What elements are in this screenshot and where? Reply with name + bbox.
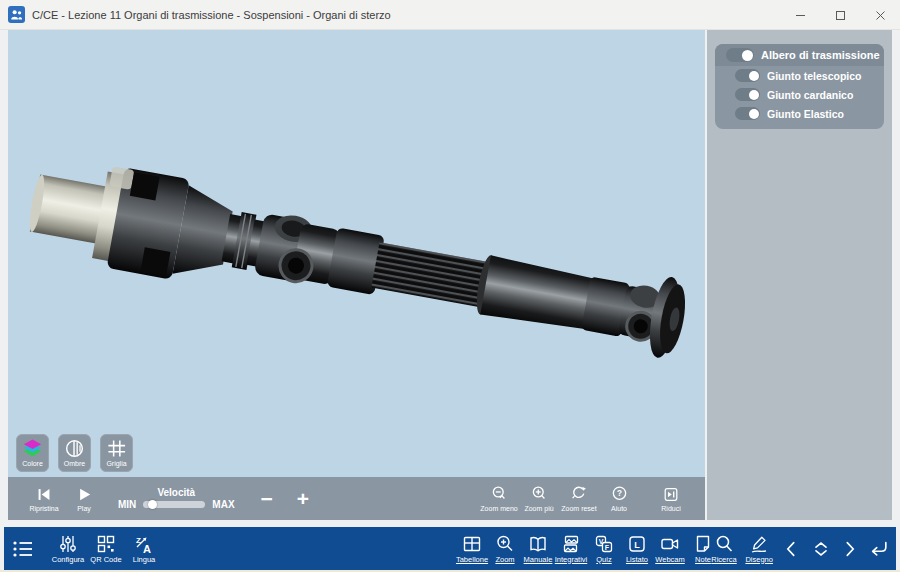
chevron-left-icon bbox=[782, 539, 800, 559]
zoom-in-button[interactable]: Zoom più bbox=[521, 485, 557, 512]
next-button[interactable] bbox=[837, 527, 863, 570]
sliders-icon bbox=[58, 534, 78, 554]
chevron-right-icon bbox=[841, 539, 859, 559]
3d-viewport[interactable]: Colore Ombre Griglia bbox=[8, 30, 705, 477]
language-button[interactable]: Z A Lingua bbox=[128, 534, 160, 564]
speed-min-label: MIN bbox=[118, 499, 136, 510]
search-label: Ricerca bbox=[711, 555, 736, 564]
configure-button[interactable]: Configura bbox=[52, 534, 84, 564]
color-button-label: Colore bbox=[22, 460, 43, 467]
play-icon bbox=[75, 486, 93, 503]
speed-decrease-button[interactable]: − bbox=[261, 489, 273, 509]
qr-code-button[interactable]: QR Code bbox=[90, 534, 122, 564]
svg-text:A: A bbox=[143, 542, 151, 554]
giunto-telescopico-toggle[interactable] bbox=[735, 69, 760, 82]
listing-label: Listato bbox=[626, 555, 648, 564]
grid-icon bbox=[105, 438, 128, 459]
webcam-icon bbox=[660, 534, 680, 554]
back-button[interactable] bbox=[866, 527, 892, 570]
reduce-button-label: Riduci bbox=[661, 505, 680, 512]
quiz-button[interactable]: V F Quiz bbox=[588, 534, 620, 564]
webcam-label: Webcam bbox=[655, 555, 684, 564]
grid-button[interactable]: Griglia bbox=[100, 434, 133, 472]
speed-slider-knob[interactable] bbox=[148, 500, 157, 509]
zoom-out-button[interactable]: Zoom meno bbox=[481, 485, 517, 512]
image-stack-icon bbox=[561, 534, 581, 554]
giunto-elastico-toggle[interactable] bbox=[735, 107, 760, 120]
giunto-cardanico-toggle[interactable] bbox=[735, 88, 760, 101]
giunto-telescopico-label: Giunto telescopico bbox=[767, 70, 862, 82]
play-button-label: Play bbox=[77, 505, 91, 512]
reduce-button[interactable]: Riduci bbox=[653, 486, 689, 512]
magnifier-plus-icon bbox=[495, 534, 515, 554]
board-window-icon bbox=[462, 534, 482, 554]
extras-button[interactable]: Integrativi bbox=[555, 534, 587, 564]
zoom-out-icon bbox=[490, 485, 509, 503]
qr-code-label: QR Code bbox=[90, 555, 121, 564]
restore-button-label: Ripristina bbox=[29, 505, 58, 512]
viewport-display-options: Colore Ombre Griglia bbox=[16, 434, 133, 472]
search-button[interactable]: Ricerca bbox=[708, 534, 740, 564]
drawing-button[interactable]: Disegno bbox=[743, 534, 775, 564]
layer-row-giunto-telescopico[interactable]: Giunto telescopico bbox=[715, 66, 884, 85]
right-sidebar: Albero di trasmissione Giunto telescopic… bbox=[707, 30, 892, 520]
skip-to-start-icon bbox=[35, 486, 53, 503]
color-button[interactable]: Colore bbox=[16, 434, 49, 472]
svg-text:L: L bbox=[634, 539, 640, 549]
list-menu-icon bbox=[11, 538, 35, 560]
manual-button[interactable]: Manuale bbox=[522, 534, 554, 564]
quiz-label: Quiz bbox=[596, 555, 611, 564]
window-title: C/CE - Lezione 11 Organi di trasmissione… bbox=[32, 9, 391, 21]
restore-button[interactable]: Ripristina bbox=[24, 486, 64, 512]
giunto-cardanico-label: Giunto cardanico bbox=[767, 89, 853, 101]
maximize-button[interactable] bbox=[820, 0, 860, 30]
toolbar-left-group: Configura QR Code Z A L bbox=[10, 527, 160, 570]
collapse-toolbar-button[interactable] bbox=[808, 527, 834, 570]
help-button-label: Aiuto bbox=[611, 505, 627, 512]
albero-di-trasmissione-toggle[interactable] bbox=[726, 48, 754, 62]
language-label: Lingua bbox=[133, 555, 156, 564]
layer-row-giunto-elastico[interactable]: Giunto Elastico bbox=[715, 104, 884, 123]
close-button[interactable] bbox=[860, 0, 900, 30]
zoom-tool-label: Zoom bbox=[495, 555, 514, 564]
play-button[interactable]: Play bbox=[64, 486, 104, 512]
zoom-tool-button[interactable]: Zoom bbox=[489, 534, 521, 564]
configure-label: Configura bbox=[52, 555, 85, 564]
speed-stepper: − + bbox=[261, 489, 310, 509]
search-icon bbox=[714, 534, 734, 554]
open-book-icon bbox=[528, 534, 548, 554]
pen-drawing-icon bbox=[749, 534, 769, 554]
zoom-reset-icon bbox=[570, 485, 589, 503]
layers-panel-title: Albero di trasmissione bbox=[761, 49, 880, 61]
layer-row-giunto-cardanico[interactable]: Giunto cardanico bbox=[715, 85, 884, 104]
playback-bar: Ripristina Play Velocità MIN MAX − + bbox=[8, 477, 705, 520]
true-false-quiz-icon: V F bbox=[594, 534, 614, 554]
speed-control: Velocità MIN MAX bbox=[118, 487, 235, 510]
board-button[interactable]: Tabellone bbox=[456, 534, 488, 564]
previous-button[interactable] bbox=[778, 527, 804, 570]
speed-max-label: MAX bbox=[212, 499, 234, 510]
webcam-button[interactable]: Webcam bbox=[654, 534, 686, 564]
shadows-button[interactable]: Ombre bbox=[58, 434, 91, 472]
title-bar: C/CE - Lezione 11 Organi di trasmissione… bbox=[0, 0, 900, 30]
layers-panel-header[interactable]: Albero di trasmissione bbox=[715, 44, 884, 66]
svg-text:F: F bbox=[605, 543, 610, 550]
zoom-reset-button[interactable]: Zoom reset bbox=[561, 485, 597, 512]
viewport-zoom-controls: Zoom meno Zoom più Zoom reset bbox=[481, 485, 689, 512]
listing-button[interactable]: L Listato bbox=[621, 534, 653, 564]
help-button[interactable]: ? Aiuto bbox=[601, 485, 637, 512]
app-window: C/CE - Lezione 11 Organi di trasmissione… bbox=[0, 0, 900, 572]
speed-increase-button[interactable]: + bbox=[297, 489, 309, 509]
zoom-out-label: Zoom meno bbox=[480, 505, 517, 512]
qr-code-icon bbox=[96, 534, 116, 554]
help-icon: ? bbox=[610, 485, 629, 503]
minimize-button[interactable] bbox=[780, 0, 820, 30]
speed-slider[interactable] bbox=[143, 501, 205, 508]
translate-icon: Z A bbox=[134, 534, 154, 554]
shadows-button-label: Ombre bbox=[64, 460, 85, 467]
return-arrow-icon bbox=[867, 539, 891, 559]
collapse-panel-icon bbox=[662, 486, 680, 503]
speed-title: Velocità bbox=[157, 487, 195, 498]
menu-button[interactable] bbox=[10, 527, 36, 570]
manual-label: Manuale bbox=[524, 555, 553, 564]
